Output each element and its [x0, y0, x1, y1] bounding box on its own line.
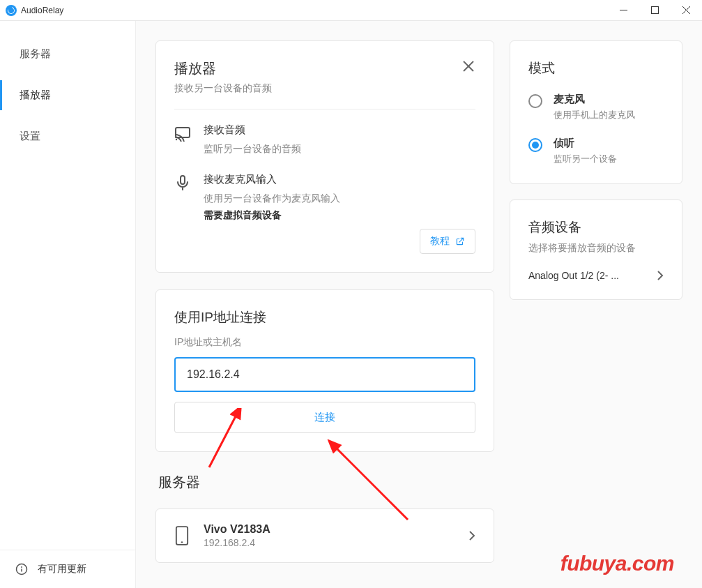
maximize-button[interactable] [639, 0, 671, 21]
update-available[interactable]: 有可用更新 [0, 550, 135, 588]
opt1-desc: 监听另一台设备的音频 [204, 141, 475, 156]
ip-input[interactable] [174, 357, 475, 392]
mode-listen[interactable]: 侦听 监听另一个设备 [528, 137, 664, 165]
opt2-desc: 使用另一台设备作为麦克风输入 [204, 190, 475, 206]
option-receive-mic[interactable]: 接收麦克风输入 使用另一台设备作为麦克风输入 需要虚拟音频设备 [174, 173, 475, 221]
audio-device-card: 音频设备 选择将要播放音频的设备 Analog Out 1/2 (2- ... [510, 199, 682, 300]
option-receive-audio[interactable]: 接收音频 监听另一台设备的音频 [174, 123, 475, 156]
mode-opt1-desc: 使用手机上的麦克风 [554, 109, 635, 121]
nav-server[interactable]: 服务器 [0, 33, 135, 75]
player-card-title: 播放器 [174, 59, 272, 78]
device-selected: Analog Out 1/2 (2- ... [528, 270, 619, 281]
titlebar-left: AudioRelay [6, 5, 63, 16]
server-ip: 192.168.2.4 [204, 537, 455, 548]
mode-opt1-title: 麦克风 [554, 93, 635, 106]
tutorial-label: 教程 [430, 235, 450, 248]
sidebar: 服务器 播放器 设置 有可用更新 [0, 21, 136, 588]
server-name: Vivo V2183A [204, 523, 455, 536]
device-title: 音频设备 [528, 218, 664, 236]
nav: 服务器 播放器 设置 [0, 21, 135, 157]
mic-icon [174, 174, 191, 191]
ip-card-title: 使用IP地址连接 [174, 308, 475, 326]
svg-rect-9 [176, 128, 190, 137]
opt1-title: 接收音频 [204, 123, 475, 137]
mode-card: 模式 麦克风 使用手机上的麦克风 侦听 监听另一个设备 [510, 40, 682, 184]
titlebar: AudioRelay [0, 0, 702, 21]
close-button[interactable] [671, 0, 702, 21]
svg-rect-1 [652, 7, 659, 14]
nav-settings[interactable]: 设置 [0, 116, 135, 157]
minimize-button[interactable] [608, 0, 639, 21]
radio-checked-icon [528, 138, 542, 152]
phone-icon [174, 526, 190, 545]
external-link-icon [455, 236, 465, 246]
player-card: 播放器 接收另一台设备的音频 接收音频 监听另一台设备的音频 [155, 40, 494, 273]
tutorial-button[interactable]: 教程 [420, 229, 475, 254]
connect-button[interactable]: 连接 [174, 402, 475, 433]
player-card-subtitle: 接收另一台设备的音频 [174, 82, 272, 95]
device-selector[interactable]: Analog Out 1/2 (2- ... [528, 270, 664, 281]
svg-point-10 [176, 139, 177, 140]
opt2-title: 接收麦克风输入 [204, 173, 475, 186]
server-item[interactable]: Vivo V2183A 192.168.2.4 [155, 508, 494, 563]
mode-opt2-title: 侦听 [554, 137, 617, 150]
ip-field-label: IP地址或主机名 [174, 336, 475, 349]
chevron-right-icon [657, 270, 664, 281]
app-icon [6, 5, 17, 16]
mode-title: 模式 [528, 59, 664, 77]
svg-point-13 [181, 541, 183, 543]
svg-rect-11 [181, 176, 185, 184]
info-icon [15, 563, 28, 575]
device-subtitle: 选择将要播放音频的设备 [528, 242, 664, 255]
cast-icon [174, 125, 191, 142]
window-controls [608, 0, 702, 21]
servers-heading: 服务器 [158, 473, 494, 492]
chevron-right-icon [468, 530, 475, 541]
mode-opt2-desc: 监听另一个设备 [554, 153, 617, 165]
nav-player[interactable]: 播放器 [0, 75, 135, 116]
opt2-warn: 需要虚拟音频设备 [204, 209, 475, 222]
ip-connect-card: 使用IP地址连接 IP地址或主机名 连接 [155, 289, 494, 452]
divider [174, 109, 475, 110]
radio-unchecked-icon [528, 94, 542, 108]
window-title: AudioRelay [21, 6, 63, 15]
mode-mic[interactable]: 麦克风 使用手机上的麦克风 [528, 93, 664, 121]
close-icon[interactable] [461, 59, 475, 73]
update-label: 有可用更新 [38, 563, 86, 575]
content: 播放器 接收另一台设备的音频 接收音频 监听另一台设备的音频 [136, 21, 702, 588]
